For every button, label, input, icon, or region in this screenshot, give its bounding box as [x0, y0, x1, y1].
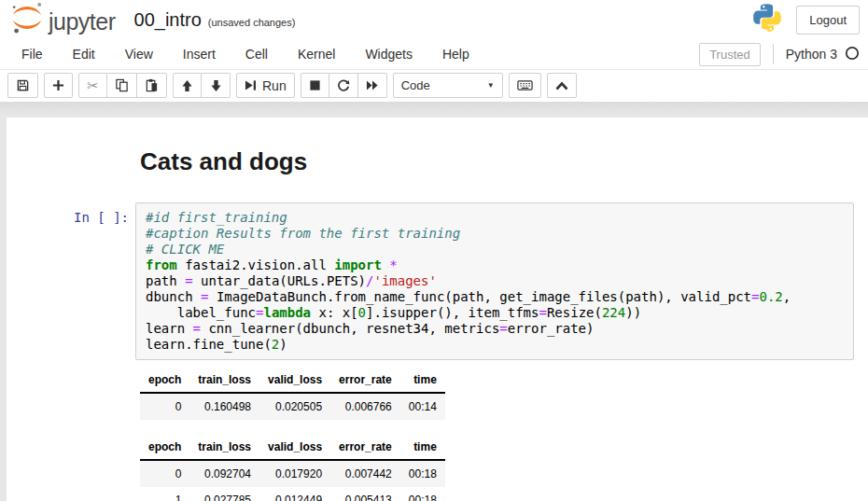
python-logo-icon: [751, 2, 783, 37]
menu-file[interactable]: File: [7, 39, 58, 69]
output-table-cell: 0.027785: [189, 487, 259, 501]
code-cell[interactable]: In [ ]: #id first_training#caption Resul…: [7, 202, 868, 360]
restart-kernel-button[interactable]: [329, 73, 358, 98]
kernel-idle-circle-icon: [845, 46, 860, 63]
paste-icon: [145, 78, 159, 92]
cell-prompt: In [ ]:: [7, 202, 135, 360]
output-table-cell: 0.007442: [330, 460, 400, 487]
output-table-row: 00.1604980.0205050.00676600:14: [140, 393, 445, 420]
interrupt-kernel-button[interactable]: [301, 73, 329, 98]
notebook-title[interactable]: 00_intro: [134, 9, 202, 31]
menu-help[interactable]: Help: [427, 39, 484, 69]
kernel-name: Python 3: [786, 47, 837, 62]
output-table-header: error_rate: [330, 368, 400, 393]
output-table-cell: 00:14: [400, 393, 445, 420]
move-cell-down-button[interactable]: [202, 73, 231, 98]
output-table-cell: 0.017920: [259, 460, 330, 487]
paste-button[interactable]: [137, 73, 167, 98]
trusted-button[interactable]: Trusted: [699, 43, 761, 66]
header-shadow-band: [0, 102, 868, 118]
output-table-cell: 0.092704: [189, 460, 259, 487]
run-cell-button[interactable]: Run: [236, 73, 295, 98]
output-table-header: time: [400, 368, 445, 393]
output-table-header: valid_loss: [259, 435, 330, 460]
output-table-cell: 00:18: [400, 460, 445, 487]
notebook-container: Cats and dogs In [ ]: #id first_training…: [7, 118, 868, 501]
outputs: epochtrain_lossvalid_losserror_ratetime0…: [140, 360, 868, 501]
add-cell-button[interactable]: [44, 73, 73, 98]
restart-kernel-icon: [337, 79, 350, 92]
output-table-header: epoch: [140, 368, 189, 393]
code-line: from fastai2.vision.all import *: [146, 257, 844, 273]
move-up-icon: [181, 79, 193, 92]
menu-kernel[interactable]: Kernel: [283, 39, 350, 69]
logout-button[interactable]: Logout: [796, 6, 860, 35]
output-table: epochtrain_lossvalid_losserror_ratetime0…: [140, 368, 445, 420]
add-cell-icon: [52, 79, 64, 91]
run-icon: [245, 79, 257, 91]
toolbar: ✂ Run: [0, 70, 868, 102]
copy-button[interactable]: [107, 73, 137, 98]
cut-icon: ✂: [87, 78, 99, 92]
scroll-up-button[interactable]: [547, 73, 577, 98]
cell-type-value: Code: [401, 78, 430, 92]
code-line: learn.fine_tune(2): [146, 337, 844, 353]
output-table-cell: 0.006766: [330, 393, 400, 420]
output-table-row: 10.0277850.0124490.00541300:18: [140, 487, 445, 501]
cut-button[interactable]: ✂: [78, 73, 107, 98]
output-table-cell: 0.160498: [189, 393, 259, 420]
jupyter-logo-text: jupyter: [49, 8, 116, 35]
chevron-up-icon: [555, 81, 568, 90]
menu-insert[interactable]: Insert: [168, 39, 231, 69]
output-table-cell: 0.012449: [259, 487, 330, 501]
restart-run-all-button[interactable]: [358, 73, 387, 98]
dropdown-caret-icon: ▼: [487, 81, 495, 90]
output-table-row: 00.0927040.0179200.00744200:18: [140, 460, 445, 487]
code-line: path = untar_data(URLs.PETS)/'images': [146, 273, 844, 289]
code-line: #caption Results from the first training: [146, 226, 844, 242]
code-editor[interactable]: #id first_training#caption Results from …: [135, 202, 854, 360]
code-line: #id first_training: [146, 210, 844, 226]
jupyter-logo[interactable]: jupyter: [8, 0, 116, 40]
output-table-header: error_rate: [330, 435, 400, 460]
save-icon: [16, 78, 30, 92]
copy-icon: [115, 78, 129, 92]
vertical-separator: [773, 44, 774, 64]
markdown-heading: Cats and dogs: [140, 147, 868, 176]
output-table-cell: 00:18: [400, 487, 445, 501]
menu-edit[interactable]: Edit: [58, 39, 110, 69]
site-background: Cats and dogs In [ ]: #id first_training…: [0, 118, 868, 501]
output-table-cell: 0.020505: [259, 393, 330, 420]
move-cell-up-button[interactable]: [173, 73, 202, 98]
code-line: learn = cnn_learner(dbunch, resnet34, me…: [146, 321, 844, 337]
code-line: # CLICK ME: [146, 242, 844, 257]
restart-run-all-icon: [366, 79, 379, 91]
kernel-indicator: Python 3: [786, 46, 860, 63]
stop-icon: [309, 79, 321, 91]
output-table-header: time: [400, 435, 445, 460]
app-header: jupyter 00_intro (unsaved changes) Logou…: [0, 0, 868, 39]
jupyter-logo-icon: [8, 0, 46, 40]
menu-widgets[interactable]: Widgets: [350, 39, 427, 69]
output-table-cell: 0: [140, 460, 189, 487]
header-right: Logout: [751, 2, 860, 37]
menu-bar: File Edit View Insert Cell Kernel Widget…: [0, 39, 868, 70]
save-button[interactable]: [7, 73, 38, 98]
output-table-header: epoch: [140, 435, 189, 460]
command-palette-keyboard-icon: [517, 78, 533, 92]
output-table-cell: 0.005413: [330, 487, 400, 501]
command-palette-button[interactable]: [509, 73, 541, 98]
output-table-header: valid_loss: [259, 368, 330, 393]
run-button-label: Run: [262, 78, 287, 93]
output-table: epochtrain_lossvalid_losserror_ratetime0…: [140, 435, 445, 501]
output-table-header: train_loss: [189, 435, 259, 460]
cell-type-select[interactable]: Code ▼: [393, 73, 503, 98]
menu-right: Trusted Python 3: [699, 43, 861, 66]
move-down-icon: [210, 79, 222, 92]
menu-cell[interactable]: Cell: [231, 39, 283, 69]
output-table-cell: 0: [140, 393, 189, 420]
menu-view[interactable]: View: [110, 39, 168, 69]
checkpoint-status: (unsaved changes): [208, 17, 296, 28]
code-line: dbunch = ImageDataBunch.from_name_func(p…: [146, 289, 844, 305]
output-table-cell: 1: [140, 487, 189, 501]
